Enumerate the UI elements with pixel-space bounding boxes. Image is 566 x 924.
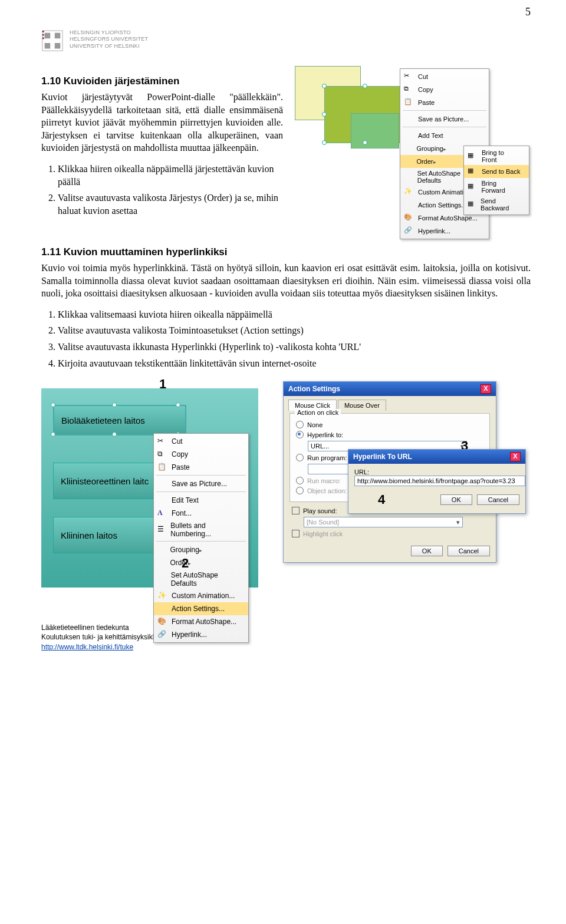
menu-item-paste[interactable]: 📋Paste <box>400 96 489 109</box>
sec111-step-4: Kirjoita avautuvaan tekstikenttään linki… <box>58 357 531 370</box>
menu2-bullets[interactable]: ☰Bullets and Numbering... <box>154 520 248 540</box>
menu-item-copy[interactable]: ⧉Copy <box>400 83 489 96</box>
close-icon[interactable]: X <box>481 384 491 394</box>
menu2-grouping[interactable]: Grouping <box>154 543 248 556</box>
svg-rect-1 <box>42 31 44 32</box>
ok-button[interactable]: OK <box>411 546 443 556</box>
menu-item-cut[interactable]: ✂Cut <box>400 70 489 83</box>
group-legend: Action on click <box>295 409 341 416</box>
page-footer: Lääketieteellinen tiedekunta Koulutuksen… <box>41 623 531 652</box>
menu2-save-picture[interactable]: Save as Picture... <box>154 477 248 490</box>
menu2-order[interactable]: Order <box>154 556 248 569</box>
play-sound-select: [No Sound] <box>304 517 463 527</box>
close-icon[interactable]: X <box>510 452 521 461</box>
footer-line-1: Lääketieteellinen tiedekunta <box>41 623 531 632</box>
menu-item-save-picture[interactable]: Save as Picture... <box>400 113 489 126</box>
section-111-para: Kuvio voi toimia myös hyperlinkkinä. Täs… <box>41 262 531 300</box>
menu2-font[interactable]: AFont... <box>154 507 248 520</box>
svg-rect-3 <box>42 37 44 39</box>
order-bring-to-front[interactable]: ▦Bring to Front <box>464 147 529 165</box>
sec110-step-1: Klikkaa hiiren oikealla näppäimellä järj… <box>58 163 283 188</box>
radio-hyperlink-to[interactable] <box>296 431 304 438</box>
menu-item-add-text[interactable]: Add Text <box>400 129 489 142</box>
screenshot-order-menu: ✂Cut ⧉Copy 📋Paste Save as Picture... Add… <box>295 66 531 237</box>
footer-line-2: Koulutuksen tuki- ja kehittämisyksikkö T… <box>41 632 531 642</box>
checkbox-highlight <box>292 530 300 537</box>
url-dialog-title: Hyperlink To URL <box>353 453 412 461</box>
menu2-format-autoshape[interactable]: 🎨Format AutoShape... <box>154 615 248 628</box>
url-input[interactable] <box>354 476 525 486</box>
footer-link[interactable]: http://www.ltdk.helsinki.fi/tuke <box>41 643 133 651</box>
menu2-copy[interactable]: ⧉Copy <box>154 448 248 461</box>
sec111-step-1: Klikkaa valitsemaasi kuviota hiiren oike… <box>58 308 531 321</box>
page-number: 5 <box>525 6 531 18</box>
callout-4: 4 <box>378 492 385 507</box>
sec111-step-2: Valitse avautuvasta valikosta Toimintoas… <box>58 324 531 337</box>
menu2-cut[interactable]: ✂Cut <box>154 435 248 448</box>
university-logo-icon <box>41 29 64 55</box>
screenshot-action-settings-menu: 1 Biolääketieteen laitos Kliinisteoreett… <box>41 381 259 588</box>
radio-run-macro <box>296 477 304 484</box>
university-header: HELSINGIN YLIOPISTO HELSINGFORS UNIVERSI… <box>41 29 531 55</box>
menu2-autoshape-defaults[interactable]: Set AutoShape Defaults <box>154 569 248 589</box>
context-menu-shape-2[interactable]: ✂Cut ⧉Copy 📋Paste Save as Picture... Edi… <box>153 433 249 643</box>
university-name-sv: HELSINGFORS UNIVERSITET <box>70 36 148 42</box>
shape-green-rectangle <box>351 113 399 148</box>
sec110-step-2: Valitse avautuvasta valikosta Järjestys … <box>58 192 283 217</box>
screenshot-action-settings-dialog: Action SettingsX Mouse Click Mouse Over … <box>283 381 531 585</box>
menu2-custom-animation[interactable]: ✨Custom Animation... <box>154 589 248 602</box>
checkbox-play-sound[interactable] <box>292 507 300 514</box>
order-send-to-back[interactable]: ▦Send to Back <box>464 165 529 178</box>
section-110-title: 1.10 Kuvioiden järjestäminen <box>41 75 283 87</box>
dialog-title: Action Settings <box>288 385 340 393</box>
menu-item-hyperlink[interactable]: 🔗Hyperlink... <box>400 225 489 237</box>
menu2-action-settings[interactable]: Action Settings... <box>154 602 248 615</box>
submenu-order[interactable]: ▦Bring to Front ▦Send to Back ▦Bring For… <box>463 146 529 215</box>
menu2-hyperlink[interactable]: 🔗Hyperlink... <box>154 628 248 641</box>
menu2-edit-text[interactable]: Edit Text <box>154 494 248 507</box>
url-label: URL: <box>354 468 519 476</box>
radio-object-action <box>296 487 304 494</box>
university-name-en: UNIVERSITY OF HELSINKI <box>70 43 148 50</box>
section-111-title: 1.11 Kuvion muuttaminen hyperlinkiksi <box>41 246 531 258</box>
section-110-para: Kuviot järjestäytyvät PowerPoint-dialle … <box>41 91 283 154</box>
sec111-step-3: Valitse avautuvasta ikkunasta Hyperlinkk… <box>58 341 531 354</box>
url-cancel-button[interactable]: Cancel <box>477 494 519 505</box>
radio-none[interactable] <box>296 421 304 428</box>
url-ok-button[interactable]: OK <box>440 494 472 505</box>
tab-mouse-over[interactable]: Mouse Over <box>338 400 386 411</box>
radio-run-program[interactable] <box>296 454 304 461</box>
order-send-backward[interactable]: ▦Send Backward <box>464 196 529 213</box>
shape-box-1[interactable]: Biolääketieteen laitos <box>53 405 186 435</box>
cancel-button[interactable]: Cancel <box>447 546 490 556</box>
svg-rect-2 <box>42 34 44 36</box>
menu2-paste[interactable]: 📋Paste <box>154 461 248 474</box>
hyperlink-url-dialog[interactable]: Hyperlink To URLX URL: 4 OK Cancel <box>348 449 526 514</box>
order-bring-forward[interactable]: ▦Bring Forward <box>464 178 529 196</box>
callout-2: 2 <box>182 556 189 571</box>
university-name-fi: HELSINGIN YLIOPISTO <box>70 29 148 36</box>
